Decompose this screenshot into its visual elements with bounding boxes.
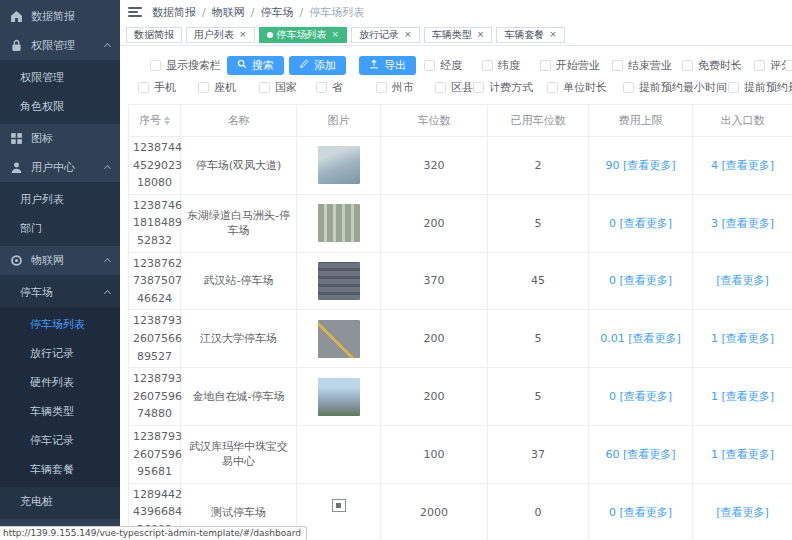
sortable-header[interactable]: 序号 [139,113,170,128]
hamburger-icon[interactable] [128,6,142,18]
sidebar-item[interactable]: 停车场列表 [0,310,120,339]
button-label: 搜索 [252,58,274,73]
column-header[interactable]: 序号 [129,105,181,137]
search-button[interactable]: 搜索 [227,56,284,75]
filter-checkbox[interactable]: 提前预约最小时间 [623,80,727,95]
sidebar-item[interactable]: 充电桩 [0,487,120,516]
close-icon[interactable]: × [477,30,485,39]
fee-view-more-link[interactable]: 0 [查看更多] [609,506,672,519]
filter-checkbox[interactable] [785,60,792,71]
sidebar-item[interactable]: 角色权限 [0,92,120,121]
dashboard-icon [10,10,23,23]
sidebar-item-label: 用户列表 [20,192,64,207]
fee-view-more-link[interactable]: 0 [查看更多] [609,390,672,403]
sidebar-item[interactable]: 部门 [0,214,120,243]
filter-checkbox[interactable]: 经度 [424,58,462,73]
filter-checkbox[interactable]: 州市 [376,80,414,95]
used-spots-cell: 5 [488,194,589,252]
gates-cell: 3 [查看更多] [693,194,792,252]
fee-view-more-link[interactable]: 0 [查看更多] [609,274,672,287]
filter-checkbox[interactable]: 手机 [138,80,176,95]
name-cell: 东湖绿道白马洲头-停车场 [181,194,297,252]
fee-view-more-link[interactable]: 60 [查看更多] [605,448,675,461]
add-button[interactable]: 添加 [289,56,346,75]
gates-view-more-link[interactable]: 1 [查看更多] [711,332,774,345]
parking-photo[interactable] [318,204,360,242]
checkbox-label: 计费方式 [489,80,533,95]
filter-checkbox[interactable]: 结束营业 [612,58,672,73]
gates-view-more-link[interactable]: 4 [查看更多] [711,159,774,172]
sidebar-item[interactable]: 权限管理 [0,63,120,92]
parking-photo[interactable] [318,378,360,416]
filter-checkbox[interactable]: 国家 [259,80,297,95]
checkbox-label: 免费时长 [698,58,742,73]
table-header-row: 序号名称图片车位数已用车位数费用上限出入口数 [129,105,792,137]
sidebar-item[interactable]: 物联网 [0,246,120,275]
breadcrumb-item[interactable]: 物联网 [212,5,245,20]
gates-view-more-link[interactable]: [查看更多] [716,274,769,287]
sort-desc-icon[interactable] [164,121,170,125]
tab[interactable]: 数据简报 [126,27,182,43]
filter-checkbox[interactable]: 纬度 [482,58,520,73]
sidebar-item-label: 车辆类型 [30,404,74,419]
checkbox-icon [728,82,739,93]
spots-cell: 200 [381,310,488,368]
filter-checkbox[interactable]: 开始营业 [540,58,600,73]
parking-photo[interactable] [318,146,360,184]
sidebar-item[interactable]: 图标 [0,124,120,153]
export-button[interactable]: 导出 [359,56,416,75]
filter-checkbox[interactable]: 提前预约最大时间 [728,80,792,95]
sidebar-item[interactable]: 硬件列表 [0,368,120,397]
gates-cell: 1 [查看更多] [693,310,792,368]
close-icon[interactable]: × [332,30,340,39]
sidebar-item[interactable]: 车辆套餐 [0,455,120,484]
close-icon[interactable]: × [239,30,247,39]
sidebar-item[interactable]: 数据简报 [0,2,120,31]
filter-checkbox[interactable]: 免费时长 [682,58,742,73]
checkbox-icon [612,60,623,71]
show-search-checkbox[interactable]: 显示搜索栏 [150,58,221,73]
sidebar-item[interactable]: 用户中心 [0,153,120,182]
breadcrumb-item[interactable]: 停车场 [260,5,293,20]
sidebar-item[interactable]: 停车记录 [0,426,120,455]
filter-checkbox[interactable]: 省 [316,80,343,95]
filter-checkbox[interactable]: 区县 [435,80,473,95]
filter-checkbox[interactable]: 计费方式 [473,80,533,95]
fee-view-more-link[interactable]: 0.01 [查看更多] [600,332,681,345]
tab[interactable]: 车辆套餐× [496,27,565,43]
table-row: 1238793 2607566 89527江汉大学停车场20050.01 [查看… [129,310,792,368]
gates-view-more-link[interactable]: 3 [查看更多] [711,217,774,230]
button-label: 导出 [384,58,406,73]
tab[interactable]: 用户列表× [186,27,255,43]
sidebar-item[interactable]: 车辆类型 [0,397,120,426]
photo-cell [297,368,381,426]
gates-view-more-link[interactable]: [查看更多] [716,506,769,519]
sidebar-item-label: 硬件列表 [30,375,74,390]
gates-view-more-link[interactable]: 1 [查看更多] [711,448,774,461]
sort-carets-icon[interactable] [164,116,170,125]
broken-image-icon[interactable] [332,499,346,512]
tab[interactable]: 停车场列表× [259,27,348,43]
sort-asc-icon[interactable] [164,116,170,120]
breadcrumb-item[interactable]: 数据简报 [152,5,196,20]
tab[interactable]: 车辆类型× [424,27,493,43]
browser-status-url: http://139.9.155.149/vue-typescript-admi… [0,526,307,540]
sidebar-item[interactable]: 用户列表 [0,185,120,214]
tab[interactable]: 放行记录× [351,27,420,43]
close-icon[interactable]: × [404,30,412,39]
checkbox-icon [138,82,149,93]
sidebar-item[interactable]: 放行记录 [0,339,120,368]
sidebar-item[interactable]: 权限管理 [0,31,120,60]
filter-checkbox[interactable]: 座机 [198,80,236,95]
filter-checkbox[interactable]: 单位时长 [547,80,607,95]
parking-photo[interactable] [318,262,360,300]
fee-view-more-link[interactable]: 0 [查看更多] [609,217,672,230]
sidebar-item[interactable]: 停车场 [0,278,120,307]
close-icon[interactable]: × [549,30,557,39]
parking-photo[interactable] [318,320,360,358]
gates-view-more-link[interactable]: 1 [查看更多] [711,390,774,403]
fee-view-more-link[interactable]: 90 [查看更多] [605,159,675,172]
tab-label: 车辆套餐 [504,28,544,42]
photo-cell [297,310,381,368]
sidebar-item-label: 数据简报 [31,9,75,24]
